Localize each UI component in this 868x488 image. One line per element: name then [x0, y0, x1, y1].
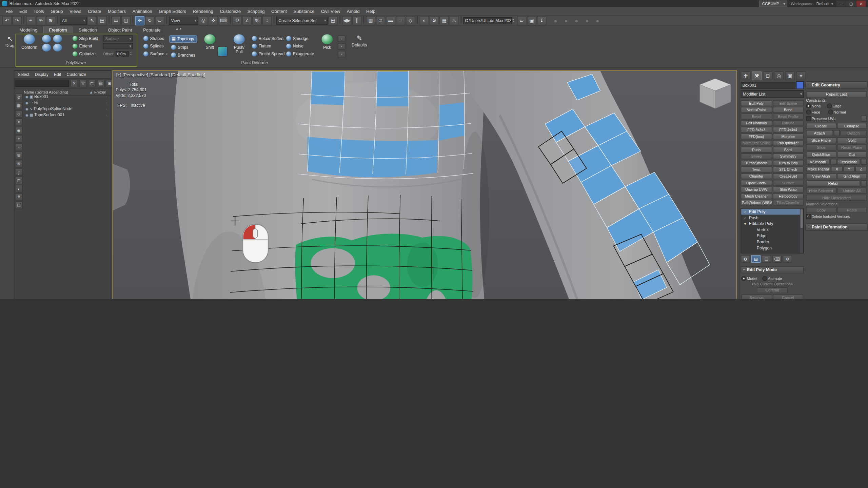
toolbar-separator[interactable]: [230, 16, 231, 24]
toolbar-extra-icon[interactable]: ↧: [537, 16, 547, 25]
modifier-button[interactable]: Twist: [741, 166, 772, 172]
frozen-cell[interactable]: ▫: [106, 107, 107, 110]
filter-icon[interactable]: ▽: [79, 79, 87, 87]
menu-views[interactable]: Views: [66, 8, 84, 14]
paint-mini-icon[interactable]: ▪: [338, 51, 346, 58]
shift-button[interactable]: Shift: [201, 34, 218, 50]
shapes-button[interactable]: Shapes: [142, 35, 169, 41]
pick-button[interactable]: Pick: [319, 34, 335, 50]
display-none-icon[interactable]: ⊘: [15, 94, 23, 101]
modifier-button[interactable]: STL Check: [772, 166, 804, 172]
display-hidden-icon[interactable]: ▢: [15, 201, 23, 209]
toggle-ribbon-icon[interactable]: ▬: [386, 16, 395, 25]
flatten-button[interactable]: Flatten: [250, 43, 286, 49]
modifier-button[interactable]: FFD 4x4x4: [772, 127, 804, 133]
create-button[interactable]: Create: [806, 123, 836, 129]
smudge-button[interactable]: Smudge: [284, 35, 316, 41]
toolbar-separator[interactable]: [417, 16, 418, 24]
workspaces-dropdown[interactable]: Default: [816, 2, 833, 5]
ribbon-minimize-icon[interactable]: ▴: [176, 26, 178, 31]
maximize-icon[interactable]: ▢: [846, 1, 856, 7]
modifier-button[interactable]: Extrude: [772, 120, 804, 126]
schematic-view-icon[interactable]: ◇: [406, 16, 415, 25]
slice-plane-button[interactable]: Slice Plane: [806, 137, 836, 143]
menu-edit[interactable]: Edit: [16, 8, 30, 14]
polydraw-drag-button[interactable]: ↖ Drag: [3, 35, 17, 48]
modifier-button[interactable]: Surface: [772, 180, 804, 186]
select-by-name-icon[interactable]: ▤: [97, 16, 107, 25]
menu-scripting[interactable]: Scripting: [244, 8, 268, 14]
modifier-button[interactable]: Turn to Poly: [772, 160, 804, 166]
menu-help[interactable]: Help: [363, 8, 378, 14]
path-spinner[interactable]: ▴▾: [513, 18, 516, 23]
modifier-button[interactable]: VertexPaint: [741, 107, 772, 113]
tessellate-settings-icon[interactable]: [861, 159, 867, 165]
configure-modifier-sets-icon[interactable]: ⚙: [783, 255, 792, 263]
model-radio[interactable]: [741, 276, 746, 281]
curve-editor-icon[interactable]: ≈: [396, 16, 405, 25]
project-path-field[interactable]: C:\Users\UI...ds Max 2022: [463, 17, 512, 24]
modifier-button[interactable]: Sweep: [741, 153, 772, 159]
explorer-menu-select[interactable]: Select: [16, 72, 32, 77]
cut-button[interactable]: Cut: [837, 151, 867, 158]
menu-customize[interactable]: Customize: [217, 8, 244, 14]
commit-button[interactable]: Commit: [757, 287, 788, 293]
project-folder-icon[interactable]: ▱: [517, 16, 527, 25]
relax-settings-icon[interactable]: [861, 180, 867, 186]
keyboard-shortcut-override-icon[interactable]: ⌨: [219, 16, 228, 25]
rectangular-selection-region-icon[interactable]: ▭: [111, 16, 121, 25]
cancel-button[interactable]: Cancel: [772, 294, 803, 299]
frozen-cell[interactable]: ▫: [106, 101, 107, 104]
conform-brush-icon[interactable]: [42, 35, 51, 43]
unhide-all-button[interactable]: Unhide All: [837, 187, 867, 194]
copy-button[interactable]: Copy: [806, 207, 836, 213]
select-and-manipulate-icon[interactable]: ✜: [209, 16, 218, 25]
snaps-toggle-icon[interactable]: Ω: [233, 16, 242, 25]
window-crossing-icon[interactable]: ◫: [121, 16, 131, 25]
toolbar-extra-icon[interactable]: ▣: [527, 16, 536, 25]
stack-row-push[interactable]: ○ Push: [741, 215, 803, 221]
show-end-result-icon[interactable]: ▤: [751, 255, 761, 263]
modifier-visibility-icon[interactable]: ○: [743, 210, 747, 214]
modifier-button[interactable]: Chamfer: [741, 173, 772, 179]
modifier-button[interactable]: Edit Poly: [741, 100, 772, 106]
menu-graph-editors[interactable]: Graph Editors: [156, 8, 190, 14]
visibility-icon[interactable]: ◉: [25, 101, 28, 104]
menu-arnold[interactable]: Arnold: [343, 8, 363, 14]
repeat-last-button[interactable]: Repeat Last: [806, 91, 867, 97]
tab-selection[interactable]: Selection: [74, 27, 102, 33]
modifier-button[interactable]: Shell: [772, 147, 804, 153]
select-and-link-icon[interactable]: ⚭: [26, 16, 36, 25]
conform-brush-icon[interactable]: [42, 44, 51, 52]
remove-modifier-icon[interactable]: ⌫: [772, 255, 782, 263]
modifier-visibility-icon[interactable]: ▼: [743, 222, 747, 226]
explorer-search-input[interactable]: [16, 80, 69, 87]
grid-align-button[interactable]: Grid Align: [837, 173, 867, 179]
menu-substance[interactable]: Substance: [290, 8, 318, 14]
modifier-button[interactable]: Retopology: [772, 193, 804, 199]
scene-item-toposurface001[interactable]: ◉ ▦ TopoSurface001 ▫: [23, 112, 110, 118]
modifier-button[interactable]: Edit Spline: [772, 100, 804, 106]
scene-item-polytoposplinenode[interactable]: ◉ ∿ PolyTopoSplineNode ▫: [23, 106, 110, 112]
polydraw-panel-label[interactable]: PolyDraw: [16, 60, 136, 65]
angle-snap-icon[interactable]: ∠: [242, 16, 252, 25]
menu-modifiers[interactable]: Modifiers: [104, 8, 129, 14]
render-production-icon[interactable]: ♨: [450, 16, 459, 25]
mirror-icon[interactable]: ◀▶: [342, 16, 352, 25]
toolbar-separator[interactable]: [57, 16, 58, 24]
optimize-button[interactable]: Optimize: [71, 51, 100, 57]
reset-plane-button[interactable]: Reset Plane: [837, 144, 867, 150]
defaults-button[interactable]: ✎ Defaults: [351, 34, 368, 48]
modifier-button[interactable]: Symmetry: [772, 153, 804, 159]
tab-modeling[interactable]: Modeling: [14, 27, 42, 33]
modifier-button[interactable]: Bevel: [741, 114, 772, 120]
stack-row-border[interactable]: Border: [741, 239, 803, 245]
redo-icon[interactable]: ↷: [12, 16, 22, 25]
quickslice-button[interactable]: QuickSlice: [806, 151, 836, 158]
toolbar-separator[interactable]: [363, 16, 364, 24]
percent-snap-icon[interactable]: %: [252, 16, 262, 25]
paint-mini-icon[interactable]: ▪: [338, 35, 346, 42]
modifier-list-dropdown[interactable]: Modifier List: [741, 90, 804, 98]
minimize-icon[interactable]: ─: [836, 1, 846, 7]
viewport-label[interactable]: [+] [Perspective] [Standard] [Default Sh…: [116, 73, 205, 78]
